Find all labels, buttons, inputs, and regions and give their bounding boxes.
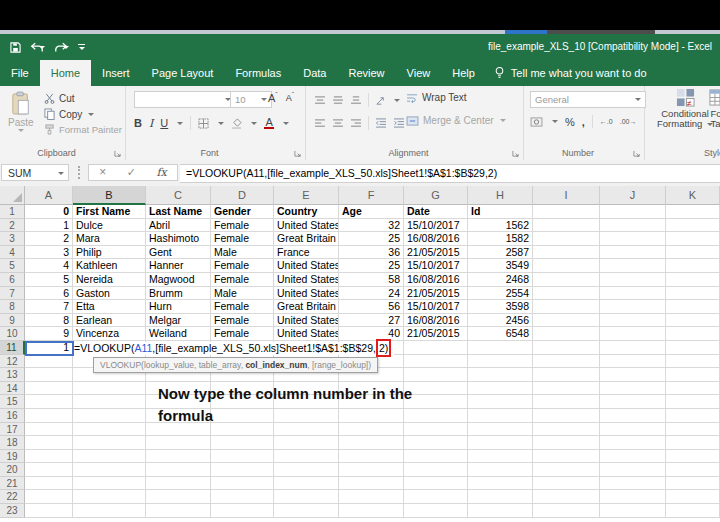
cell-b17[interactable]: [73, 423, 146, 437]
cell-h19[interactable]: [468, 450, 533, 464]
cell-j10[interactable]: [600, 327, 666, 341]
column-header-i[interactable]: I: [533, 186, 600, 205]
row-header-12[interactable]: 12: [0, 355, 25, 369]
cell-k7[interactable]: [666, 287, 720, 301]
row-header-20[interactable]: 20: [0, 463, 25, 477]
cell-j18[interactable]: [600, 436, 666, 450]
cell-f6[interactable]: 58: [339, 273, 404, 287]
cell-i12[interactable]: [533, 355, 600, 369]
cell-g4[interactable]: 21/05/2015: [404, 246, 468, 260]
cell-b10[interactable]: Vincenza: [73, 327, 146, 341]
comma-style-button[interactable]: ,: [582, 116, 585, 128]
cell-d19[interactable]: [211, 450, 274, 464]
cell-a6[interactable]: 5: [25, 273, 73, 287]
middle-align-icon[interactable]: [332, 96, 344, 105]
cell-e5[interactable]: United States: [274, 259, 339, 273]
cell-b8[interactable]: Etta: [73, 300, 146, 314]
fill-color-icon[interactable]: [231, 118, 242, 129]
cell-g15[interactable]: [404, 395, 468, 409]
cell-j15[interactable]: [600, 395, 666, 409]
cell-g11[interactable]: [404, 341, 468, 355]
cell-f8[interactable]: 56: [339, 300, 404, 314]
cell-j13[interactable]: [600, 368, 666, 382]
cell-k22[interactable]: [666, 490, 720, 504]
align-left-icon[interactable]: [314, 119, 326, 128]
cell-i9[interactable]: [533, 314, 600, 328]
font-color-icon[interactable]: A: [264, 117, 274, 130]
cell-c21[interactable]: [146, 477, 211, 491]
row-header-2[interactable]: 2: [0, 219, 25, 233]
cell-f7[interactable]: 24: [339, 287, 404, 301]
cell-b1[interactable]: First Name: [73, 205, 146, 219]
cell-k5[interactable]: [666, 259, 720, 273]
cell-c5[interactable]: Hanner: [146, 259, 211, 273]
redo-icon[interactable]: [54, 42, 69, 53]
cell-g17[interactable]: [404, 423, 468, 437]
font-dialog-launcher[interactable]: [294, 150, 301, 157]
alignment-dialog-launcher[interactable]: [512, 150, 519, 157]
row-header-13[interactable]: 13: [0, 368, 25, 382]
column-header-k[interactable]: K: [666, 186, 720, 205]
cell-d7[interactable]: Male: [211, 287, 274, 301]
cell-g23[interactable]: [404, 504, 468, 518]
cell-i20[interactable]: [533, 463, 600, 477]
increase-decimal-button[interactable]: ←.0: [600, 118, 613, 125]
cell-d10[interactable]: Female: [211, 327, 274, 341]
cell-a22[interactable]: [25, 490, 73, 504]
font-color-caret[interactable]: [283, 122, 289, 125]
row-header-23[interactable]: 23: [0, 504, 25, 518]
column-header-g[interactable]: G: [404, 186, 468, 205]
cell-h15[interactable]: [468, 395, 533, 409]
cell-g16[interactable]: [404, 409, 468, 423]
cell-d9[interactable]: Female: [211, 314, 274, 328]
cell-j5[interactable]: [600, 259, 666, 273]
cell-h8[interactable]: 3598: [468, 300, 533, 314]
align-right-icon[interactable]: [350, 119, 362, 128]
cell-g3[interactable]: 16/08/2016: [404, 232, 468, 246]
cell-e3[interactable]: Great Britain: [274, 232, 339, 246]
cell-f23[interactable]: [339, 504, 404, 518]
cell-g19[interactable]: [404, 450, 468, 464]
cell-i4[interactable]: [533, 246, 600, 260]
cell-j7[interactable]: [600, 287, 666, 301]
tab-insert[interactable]: Insert: [91, 60, 141, 86]
cell-k8[interactable]: [666, 300, 720, 314]
cell-f4[interactable]: 36: [339, 246, 404, 260]
cell-h3[interactable]: 1582: [468, 232, 533, 246]
cell-f10[interactable]: 40: [339, 327, 404, 341]
cell-h9[interactable]: 2456: [468, 314, 533, 328]
cell-b23[interactable]: [73, 504, 146, 518]
cell-b7[interactable]: Gaston: [73, 287, 146, 301]
underline-button[interactable]: U: [160, 117, 168, 129]
cell-c10[interactable]: Weiland: [146, 327, 211, 341]
cell-e8[interactable]: Great Britain: [274, 300, 339, 314]
cell-c1[interactable]: Last Name: [146, 205, 211, 219]
cell-a15[interactable]: [25, 395, 73, 409]
save-icon[interactable]: [10, 42, 21, 53]
cell-f2[interactable]: 32: [339, 219, 404, 233]
cell-e22[interactable]: [274, 490, 339, 504]
cell-e9[interactable]: United States: [274, 314, 339, 328]
font-name-select[interactable]: [134, 91, 236, 108]
cell-e4[interactable]: France: [274, 246, 339, 260]
row-header-19[interactable]: 19: [0, 450, 25, 464]
cell-g10[interactable]: 21/05/2015: [404, 327, 468, 341]
tab-view[interactable]: View: [396, 60, 442, 86]
row-header-11[interactable]: 11: [0, 341, 25, 355]
cell-h14[interactable]: [468, 382, 533, 396]
underline-caret[interactable]: [177, 122, 183, 125]
cell-d23[interactable]: [211, 504, 274, 518]
cell-g21[interactable]: [404, 477, 468, 491]
cell-b5[interactable]: Kathleen: [73, 259, 146, 273]
cell-e2[interactable]: United States: [274, 219, 339, 233]
cell-g8[interactable]: 15/10/2017: [404, 300, 468, 314]
cell-f20[interactable]: [339, 463, 404, 477]
cell-k19[interactable]: [666, 450, 720, 464]
select-all-corner[interactable]: [0, 186, 25, 205]
cell-c4[interactable]: Gent: [146, 246, 211, 260]
cell-k11[interactable]: [666, 341, 720, 355]
formula-input[interactable]: =VLOOKUP(A11,[file_example_XLS_50.xls]Sh…: [180, 164, 720, 183]
cell-i3[interactable]: [533, 232, 600, 246]
cell-a3[interactable]: 2: [25, 232, 73, 246]
cell-i19[interactable]: [533, 450, 600, 464]
